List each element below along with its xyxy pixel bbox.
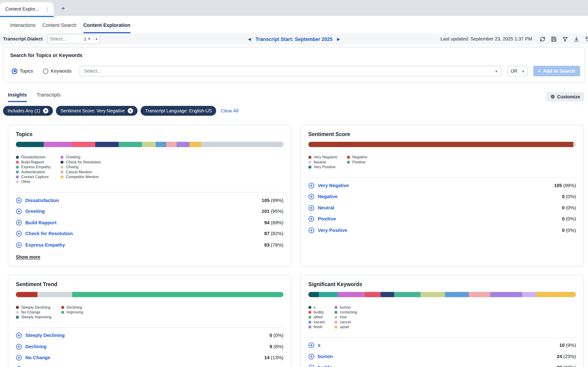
keywords-radio[interactable] <box>43 68 49 74</box>
metric-link[interactable]: buddy <box>318 365 332 367</box>
download-icon[interactable] <box>572 34 581 44</box>
metric-link[interactable]: Check for Resolution <box>25 231 73 236</box>
metric-link[interactable]: Negative <box>318 194 338 199</box>
tab-insights[interactable]: Insights <box>8 92 27 102</box>
legend-label: finish <box>314 325 322 329</box>
new-tab-button[interactable]: + <box>58 4 68 14</box>
legend-dot <box>61 156 64 159</box>
expand-plus-icon[interactable] <box>16 343 22 350</box>
expand-plus-icon[interactable] <box>16 333 22 339</box>
legend-dot <box>61 311 64 314</box>
kebab-menu-icon[interactable]: ⋮ <box>44 6 51 12</box>
reset-icon[interactable] <box>583 34 588 44</box>
expand-plus-icon[interactable] <box>16 197 22 203</box>
expand-plus-icon[interactable] <box>16 209 22 214</box>
expand-plus-icon[interactable] <box>309 194 314 200</box>
metric-link[interactable]: Express Empathy <box>25 242 65 248</box>
tab-content-exploration[interactable]: Content Exploration <box>83 17 130 33</box>
expand-plus-icon[interactable] <box>309 227 314 233</box>
add-to-search-button[interactable]: + Add to Search <box>533 66 580 76</box>
operator-select[interactable]: OR ▾ <box>507 66 528 76</box>
topics-radio[interactable] <box>12 68 17 74</box>
metric-link[interactable]: Steeply Declining <box>25 333 65 338</box>
legend-dot <box>61 306 64 309</box>
legend-item: Negative <box>347 155 367 159</box>
dialect-count-chip[interactable]: 1 ✕ <box>84 37 91 41</box>
metric-link[interactable]: Neutral <box>318 205 334 210</box>
expand-plus-icon[interactable] <box>16 231 22 237</box>
legend-item: Improving <box>61 310 83 314</box>
legend-item: Steeply Declining <box>16 305 51 309</box>
dialect-count: 1 <box>84 37 86 41</box>
metric-link[interactable]: Dissatisfaction <box>25 198 59 203</box>
metric-row: Positive0 (0%) <box>309 214 576 225</box>
bar-segment <box>381 292 394 297</box>
metric-link[interactable]: Greeting <box>25 209 45 214</box>
metric-link[interactable]: Declining <box>25 344 47 349</box>
clear-all-link[interactable]: Clear All <box>221 108 239 114</box>
tab-content-search[interactable]: Content Search <box>42 17 77 33</box>
metric-link[interactable]: Very Positive <box>318 227 347 233</box>
metric-link[interactable]: No Change <box>25 355 50 360</box>
metric-link[interactable]: Very Negative <box>318 183 349 188</box>
add-to-search-label: Add to Search <box>543 68 575 74</box>
tab-interactions[interactable]: Interactions <box>10 17 36 33</box>
refresh-icon[interactable] <box>538 34 547 44</box>
legend-item: Contact Capture <box>16 175 51 179</box>
filter-pill[interactable]: Includes Any (1)✕ <box>3 106 53 116</box>
expand-plus-icon[interactable] <box>16 355 22 361</box>
metric-value: 83 (78%) <box>264 242 283 248</box>
expand-plus-icon[interactable] <box>16 242 22 248</box>
card-title: Significant Keywords <box>309 281 576 287</box>
legend-dot <box>61 161 64 164</box>
transcript-period-label[interactable]: Transcript Start: September 2025 <box>255 36 332 42</box>
metric-value: 101 (95%) <box>261 209 283 214</box>
expand-plus-icon[interactable] <box>309 353 314 359</box>
expand-plus-icon[interactable] <box>16 220 22 226</box>
legend-item: Neutral <box>309 160 337 164</box>
expand-plus-icon[interactable] <box>309 342 314 348</box>
expand-plus-icon[interactable] <box>16 366 22 367</box>
show-more-link[interactable]: Show more <box>16 254 40 259</box>
filter-pill-label: Transcript Language: English-US <box>145 108 212 114</box>
metric-link[interactable]: burton <box>318 354 333 359</box>
expand-plus-icon[interactable] <box>309 183 314 188</box>
expand-plus-icon[interactable] <box>309 205 314 211</box>
expand-plus-icon[interactable] <box>309 365 314 367</box>
legend-dot <box>16 166 19 169</box>
filter-pills: Includes Any (1)✕Sentiment Score: Very N… <box>3 106 216 116</box>
save-icon[interactable] <box>549 34 559 44</box>
metric-row: No Change14 (13%) <box>16 352 283 364</box>
customize-label: Customize <box>557 94 580 99</box>
filter-pill-row: Includes Any (1)✕Sentiment Score: Very N… <box>0 102 588 120</box>
metric-link[interactable]: Positive <box>318 217 336 222</box>
topics-metric-rows: Dissatisfaction105 (99%)Greeting101 (95%… <box>16 195 283 250</box>
filter-pill[interactable]: Sentiment Score: Very Negative✕ <box>56 106 138 116</box>
metric-link[interactable]: s <box>318 343 320 348</box>
legend-dot <box>335 311 338 314</box>
insight-cards-grid: Topics DissatisfactionBuild RapportExpre… <box>0 120 588 367</box>
filter-pill[interactable]: Transcript Language: English-US <box>140 106 216 116</box>
next-period-arrow[interactable]: ▶ <box>337 37 340 41</box>
legend-label: Greeting <box>66 155 80 159</box>
prev-period-arrow[interactable]: ◀ <box>248 37 251 41</box>
bar-segment <box>119 142 142 147</box>
metric-link[interactable]: Build Rapport <box>25 220 57 225</box>
sentiment-metric-rows: Very Negative105 (99%)Negative0 (0%)Neut… <box>309 180 576 236</box>
clear-count-icon[interactable]: ✕ <box>88 37 90 41</box>
transcript-dialect-select[interactable]: Select... 1 ✕ ▾ <box>47 34 100 44</box>
metric-row: Neutral0 (0%) <box>309 202 576 214</box>
expand-plus-icon[interactable] <box>309 216 314 222</box>
topic-select[interactable]: Select... ▾ <box>80 66 502 76</box>
legend-item: Steeply Improving <box>16 315 51 319</box>
tab-transcripts[interactable]: Transcripts <box>37 92 61 102</box>
filter-icon[interactable] <box>560 34 570 44</box>
legend-item: Cancel Mention <box>61 170 101 174</box>
browser-tab[interactable]: Content Explor... ⋮ <box>0 2 54 16</box>
remove-filter-icon[interactable]: ✕ <box>43 108 49 114</box>
metric-row: Negative0 (0%) <box>309 191 576 202</box>
legend-item: Closing <box>61 165 101 169</box>
legend-label: allied <box>314 315 322 319</box>
customize-button[interactable]: ⚙ Customize <box>547 92 584 101</box>
remove-filter-icon[interactable]: ✕ <box>128 108 133 114</box>
